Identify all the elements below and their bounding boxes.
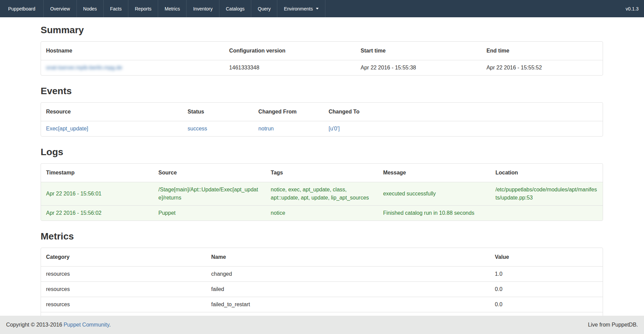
cell-name: failed_to_restart xyxy=(206,297,490,312)
nav-item-overview[interactable]: Overview xyxy=(43,0,76,17)
metrics-table: Category Name Value resources changed 1.… xyxy=(41,248,603,327)
changed-to-link[interactable]: [u'0'] xyxy=(328,126,340,131)
resource-link[interactable]: Exec[apt_update] xyxy=(46,126,88,131)
events-col-resource: Resource xyxy=(41,103,183,121)
nav-item-nodes[interactable]: Nodes xyxy=(77,0,103,17)
cell-timestamp: Apr 22 2016 - 15:56:01 xyxy=(41,182,153,206)
cell-start-time: Apr 22 2016 - 15:55:38 xyxy=(356,60,481,76)
log-row: Apr 22 2016 - 15:56:01 /Stage[main]/Apt:… xyxy=(41,182,603,206)
nav-dropdown-environments[interactable]: Environments xyxy=(277,0,325,17)
cell-resource: Exec[apt_update] xyxy=(41,121,183,137)
hostname-link[interactable]: snat-tserver.mpib-berlin.mpg.de xyxy=(46,65,122,70)
cell-location: /etc/puppetlabs/code/modules/apt/manifes… xyxy=(490,182,603,206)
summary-table: Hostname Configuration version Start tim… xyxy=(41,42,603,75)
cell-changed-from: notrun xyxy=(253,121,323,137)
events-col-changed-to: Changed To xyxy=(323,103,603,121)
summary-header-row: Hostname Configuration version Start tim… xyxy=(41,42,603,60)
cell-category: resources xyxy=(41,282,206,297)
cell-hostname: snat-tserver.mpib-berlin.mpg.de xyxy=(41,60,224,76)
metrics-col-value: Value xyxy=(490,248,603,267)
logs-col-location: Location xyxy=(490,164,603,182)
live-from-puppetdb-text: Live from PuppetDB. xyxy=(588,322,638,328)
cell-source: Puppet xyxy=(153,206,266,221)
copyright-period: . xyxy=(109,322,111,328)
cell-timestamp: Apr 22 2016 - 15:56:02 xyxy=(41,206,153,221)
navbar-menu: Puppetboard Overview Nodes Facts Reports… xyxy=(0,0,325,17)
cell-value: 1.0 xyxy=(490,267,603,282)
events-table: Resource Status Changed From Changed To … xyxy=(41,103,603,136)
nav-item-facts[interactable]: Facts xyxy=(103,0,128,17)
nav-item-inventory[interactable]: Inventory xyxy=(186,0,219,17)
metrics-col-category: Category xyxy=(41,248,206,267)
cell-status: success xyxy=(183,121,253,137)
logs-heading: Logs xyxy=(41,147,603,157)
top-navbar: Puppetboard Overview Nodes Facts Reports… xyxy=(0,0,644,17)
navbar-brand-puppetboard[interactable]: Puppetboard xyxy=(0,0,43,17)
log-row: Apr 22 2016 - 15:56:02 Puppet notice Fin… xyxy=(41,206,603,221)
cell-config-version: 1461333348 xyxy=(224,60,356,76)
puppet-community-link[interactable]: Puppet Community xyxy=(64,322,109,328)
events-table-panel: Resource Status Changed From Changed To … xyxy=(41,102,603,137)
nav-item-query[interactable]: Query xyxy=(251,0,277,17)
status-link[interactable]: success xyxy=(188,126,207,131)
nav-dropdown-environments-label: Environments xyxy=(284,6,313,12)
events-col-changed-from: Changed From xyxy=(253,103,323,121)
cell-end-time: Apr 22 2016 - 15:55:52 xyxy=(481,60,603,76)
cell-category: resources xyxy=(41,297,206,312)
summary-table-panel: Hostname Configuration version Start tim… xyxy=(41,41,603,76)
logs-header-row: Timestamp Source Tags Message Location xyxy=(41,164,603,182)
navbar-version-area: v0.1.3 xyxy=(620,0,644,17)
footer-live-status: Live from PuppetDB. xyxy=(588,322,638,328)
summary-col-end-time: End time xyxy=(481,42,603,60)
events-heading: Events xyxy=(41,86,603,96)
chevron-down-icon xyxy=(316,8,319,9)
logs-col-tags: Tags xyxy=(266,164,378,182)
metric-row: resources failed 0.0 xyxy=(41,282,603,297)
metrics-header-row: Category Name Value xyxy=(41,248,603,267)
cell-name: changed xyxy=(206,267,490,282)
copyright-text: Copyright © 2013-2016 xyxy=(6,322,62,328)
logs-table: Timestamp Source Tags Message Location A… xyxy=(41,164,603,221)
cell-value: 0.0 xyxy=(490,282,603,297)
summary-col-start-time: Start time xyxy=(356,42,481,60)
version-label: v0.1.3 xyxy=(626,6,639,12)
nav-item-catalogs[interactable]: Catalogs xyxy=(219,0,251,17)
cell-changed-to: [u'0'] xyxy=(323,121,603,137)
cell-tags: notice, exec, apt_update, class, apt::up… xyxy=(266,182,378,206)
summary-row: snat-tserver.mpib-berlin.mpg.de 14613333… xyxy=(41,60,603,76)
cell-message: executed successfully xyxy=(378,182,490,206)
nav-item-reports[interactable]: Reports xyxy=(128,0,158,17)
metrics-heading: Metrics xyxy=(41,231,603,242)
summary-section: Summary Hostname Configuration version S… xyxy=(41,25,603,76)
events-col-status: Status xyxy=(183,103,253,121)
events-header-row: Resource Status Changed From Changed To xyxy=(41,103,603,121)
metric-row: resources changed 1.0 xyxy=(41,267,603,282)
cell-value: 0.0 xyxy=(490,297,603,312)
logs-col-message: Message xyxy=(378,164,490,182)
summary-col-hostname: Hostname xyxy=(41,42,224,60)
cell-name: failed xyxy=(206,282,490,297)
cell-tags: notice xyxy=(266,206,378,221)
logs-col-source: Source xyxy=(153,164,266,182)
summary-heading: Summary xyxy=(41,25,603,35)
summary-col-config-version: Configuration version xyxy=(224,42,356,60)
changed-from-link[interactable]: notrun xyxy=(258,126,274,131)
logs-col-timestamp: Timestamp xyxy=(41,164,153,182)
metric-row: resources failed_to_restart 0.0 xyxy=(41,297,603,312)
page-footer: Copyright © 2013-2016Puppet Community. L… xyxy=(0,316,644,334)
cell-source: /Stage[main]/Apt::Update/Exec[apt_update… xyxy=(153,182,266,206)
main-content: Summary Hostname Configuration version S… xyxy=(41,25,603,328)
event-row: Exec[apt_update] success notrun [u'0'] xyxy=(41,121,603,137)
cell-message: Finished catalog run in 10.88 seconds xyxy=(378,206,490,221)
footer-copyright: Copyright © 2013-2016Puppet Community. xyxy=(6,322,111,328)
metrics-section: Metrics Category Name Value resources c xyxy=(41,231,603,328)
cell-category: resources xyxy=(41,267,206,282)
events-section: Events Resource Status Changed From Chan… xyxy=(41,86,603,137)
nav-item-metrics[interactable]: Metrics xyxy=(158,0,186,17)
logs-table-panel: Timestamp Source Tags Message Location A… xyxy=(41,163,603,221)
metrics-col-name: Name xyxy=(206,248,490,267)
cell-location xyxy=(490,206,603,221)
logs-section: Logs Timestamp Source Tags Message Locat… xyxy=(41,147,603,221)
